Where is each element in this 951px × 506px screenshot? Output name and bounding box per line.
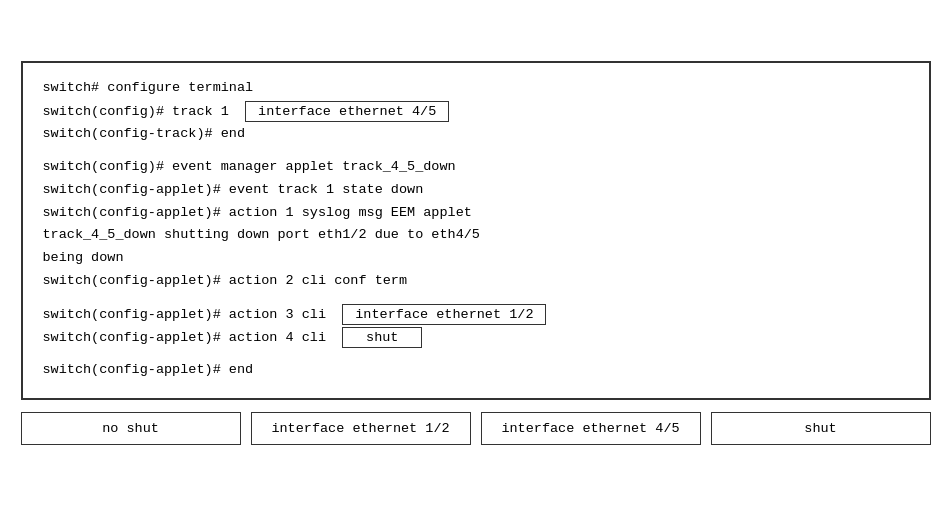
action3-interface-box: interface ethernet 1/2 [342, 304, 546, 325]
line-1: switch# configure terminal [43, 78, 909, 99]
line-end: switch(config-applet)# end [43, 360, 909, 381]
bottom-buttons-row: no shut interface ethernet 1/2 interface… [21, 412, 931, 445]
line-2-row: switch(config)# track 1 interface ethern… [43, 101, 909, 122]
line-2-prefix: switch(config)# track 1 [43, 104, 246, 119]
interface-ethernet-4-5-button[interactable]: interface ethernet 4/5 [481, 412, 701, 445]
line-action4-prefix: switch(config-applet)# action 4 cli [43, 330, 343, 345]
line-4: switch(config)# event manager applet tra… [43, 157, 909, 178]
shut-button[interactable]: shut [711, 412, 931, 445]
line-action4-row: switch(config-applet)# action 4 cli shut [43, 327, 909, 348]
terminal-container: switch# configure terminal switch(config… [21, 61, 931, 400]
line-7: track_4_5_down shutting down port eth1/2… [43, 225, 909, 246]
line-5: switch(config-applet)# event track 1 sta… [43, 180, 909, 201]
spacer-3 [43, 350, 909, 360]
line-action3-row: switch(config-applet)# action 3 cli inte… [43, 304, 909, 325]
spacer-1 [43, 147, 909, 157]
track-interface-box: interface ethernet 4/5 [245, 101, 449, 122]
no-shut-button[interactable]: no shut [21, 412, 241, 445]
interface-ethernet-1-2-button[interactable]: interface ethernet 1/2 [251, 412, 471, 445]
spacer-2 [43, 294, 909, 304]
line-8: being down [43, 248, 909, 269]
line-9: switch(config-applet)# action 2 cli conf… [43, 271, 909, 292]
line-3: switch(config-track)# end [43, 124, 909, 145]
line-6: switch(config-applet)# action 1 syslog m… [43, 203, 909, 224]
action4-shut-box: shut [342, 327, 422, 348]
line-action3-prefix: switch(config-applet)# action 3 cli [43, 307, 343, 322]
